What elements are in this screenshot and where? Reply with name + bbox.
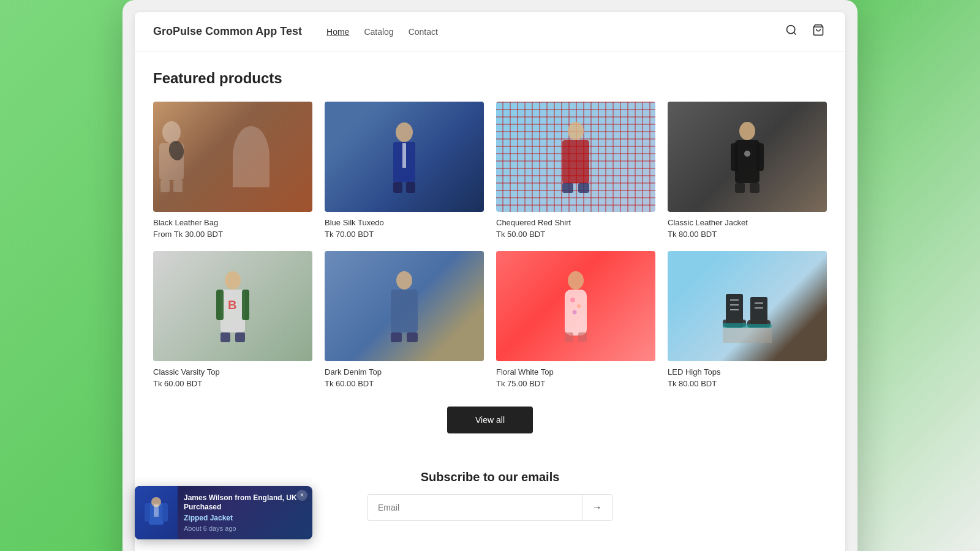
person-silhouette-1	[153, 120, 190, 193]
product-price-8: Tk 80.00 BDT	[668, 379, 827, 388]
notification-close-button[interactable]: ×	[296, 490, 307, 501]
svg-text:B: B	[228, 298, 236, 312]
svg-rect-38	[578, 332, 587, 342]
svg-rect-37	[565, 332, 573, 342]
notification-popup: James Wilson from England, UK Purchased …	[135, 486, 312, 539]
svg-point-39	[570, 298, 575, 302]
product-card-2[interactable]: Blue Silk Tuxedo Tk 70.00 BDT	[325, 102, 484, 239]
person-silhouette-2	[386, 120, 423, 193]
nav-link-home[interactable]: Home	[326, 27, 349, 37]
notification-customer-info: James Wilson from England, UK Purchased	[184, 493, 305, 512]
notification-content: James Wilson from England, UK Purchased …	[178, 486, 312, 539]
cart-icon	[812, 24, 824, 36]
svg-line-1	[794, 32, 796, 35]
svg-rect-34	[407, 332, 418, 342]
svg-rect-12	[402, 143, 406, 168]
product-image-6	[325, 251, 484, 361]
svg-rect-45	[723, 323, 747, 328]
notification-product-name: Zipped Jacket	[184, 514, 305, 522]
shoes-image	[723, 269, 772, 343]
brand-name: GroPulse Common App Test	[153, 25, 302, 38]
svg-rect-55	[145, 503, 150, 522]
person-silhouette-3	[557, 120, 594, 193]
search-icon	[785, 24, 797, 36]
product-price-4: Tk 80.00 BDT	[668, 230, 827, 239]
svg-rect-10	[393, 182, 402, 193]
svg-rect-22	[756, 143, 764, 171]
product-image-5: B	[153, 251, 312, 361]
product-image-4	[668, 102, 827, 212]
svg-point-35	[568, 271, 584, 290]
svg-rect-14	[562, 140, 589, 183]
svg-rect-11	[406, 182, 415, 193]
svg-rect-27	[235, 332, 245, 342]
subscribe-form: →	[368, 494, 612, 521]
product-price-5: Tk 60.00 BDT	[153, 379, 312, 388]
svg-rect-21	[731, 143, 738, 171]
product-card-4[interactable]: Classic Leather Jacket Tk 80.00 BDT	[668, 102, 827, 239]
svg-rect-29	[242, 290, 249, 320]
svg-rect-32	[391, 290, 418, 332]
product-price-2: Tk 70.00 BDT	[325, 230, 484, 239]
subscribe-title: Subscribe to our emails	[153, 470, 827, 484]
svg-point-41	[573, 310, 577, 315]
product-card-6[interactable]: Dark Denim Top Tk 60.00 BDT	[325, 251, 484, 388]
svg-rect-58	[154, 504, 159, 517]
person-silhouette-5: B	[214, 269, 251, 343]
product-name-7: Floral White Top	[496, 367, 655, 377]
product-image-2	[325, 102, 484, 212]
product-name-8: LED High Tops	[668, 367, 827, 377]
search-button[interactable]	[783, 21, 800, 42]
person-silhouette-6	[386, 269, 423, 343]
svg-rect-33	[391, 332, 402, 342]
product-card-3[interactable]: Chequered Red Shirt Tk 50.00 BDT	[496, 102, 655, 239]
view-all-button[interactable]: View all	[447, 407, 533, 433]
svg-rect-20	[750, 183, 760, 193]
product-card-5[interactable]: B Classic Varsity Top Tk 60.00 BDT	[153, 251, 312, 388]
subscribe-submit-button[interactable]: →	[582, 494, 612, 521]
product-price-7: Tk 75.00 BDT	[496, 379, 655, 388]
nav-link-catalog[interactable]: Catalog	[364, 27, 393, 37]
product-name-2: Blue Silk Tuxedo	[325, 218, 484, 227]
product-name-3: Chequered Red Shirt	[496, 218, 655, 227]
notification-time: About 6 days ago	[184, 525, 305, 532]
nav-link-contact[interactable]: Contact	[409, 27, 438, 37]
product-name-1: Black Leather Bag	[153, 218, 312, 227]
svg-point-3	[162, 121, 181, 143]
product-price-3: Tk 50.00 BDT	[496, 230, 655, 239]
products-grid: Black Leather Bag From Tk 30.00 BDT Bl	[153, 102, 827, 388]
product-image-1	[153, 102, 312, 212]
svg-point-24	[225, 271, 241, 290]
svg-rect-16	[578, 183, 589, 193]
svg-rect-18	[735, 140, 760, 183]
product-name-6: Dark Denim Top	[325, 367, 484, 377]
svg-rect-56	[162, 503, 168, 522]
person-silhouette-4	[729, 120, 766, 193]
svg-point-17	[739, 122, 755, 140]
svg-rect-15	[562, 183, 573, 193]
svg-rect-5	[160, 180, 170, 192]
svg-rect-6	[173, 180, 183, 192]
product-card-1[interactable]: Black Leather Bag From Tk 30.00 BDT	[153, 102, 312, 239]
email-input[interactable]	[368, 494, 582, 521]
cart-button[interactable]	[810, 21, 827, 42]
nav-links: Home Catalog Contact	[326, 27, 783, 37]
product-price-1: From Tk 30.00 BDT	[153, 230, 312, 239]
svg-rect-26	[221, 332, 230, 342]
svg-rect-19	[735, 183, 745, 193]
product-image-3	[496, 102, 655, 212]
product-image-7	[496, 251, 655, 361]
nav-icons	[783, 21, 827, 42]
main-content: Featured products Black Leather B	[135, 51, 845, 551]
product-card-7[interactable]: Floral White Top Tk 75.00 BDT	[496, 251, 655, 388]
product-card-8[interactable]: LED High Tops Tk 80.00 BDT	[668, 251, 827, 388]
featured-title: Featured products	[153, 70, 827, 87]
product-name-4: Classic Leather Jacket	[668, 218, 827, 227]
submit-arrow-icon: →	[592, 502, 602, 512]
svg-point-13	[568, 122, 584, 140]
svg-rect-51	[747, 324, 772, 328]
notification-product-image	[135, 486, 178, 539]
svg-point-31	[396, 271, 412, 290]
product-image-8	[668, 251, 827, 361]
svg-point-8	[396, 122, 413, 142]
